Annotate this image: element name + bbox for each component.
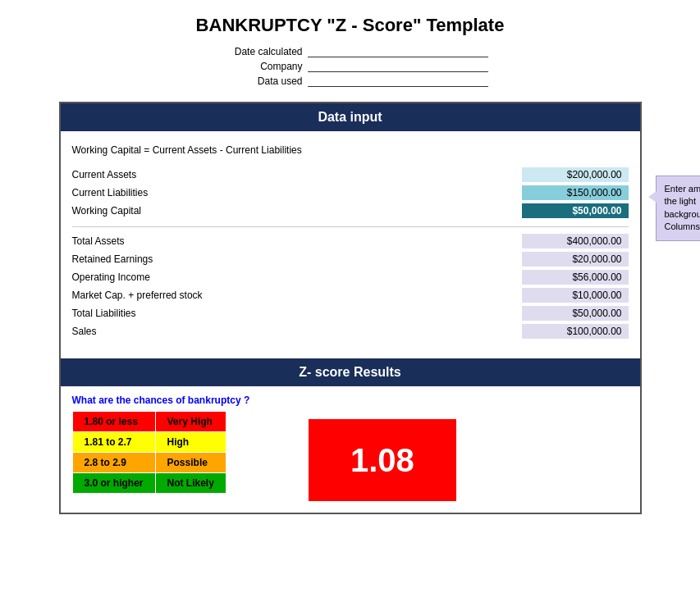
sales-label: Sales (72, 326, 236, 337)
tooltip-box: Enter amount in the light background Col… (656, 176, 701, 241)
legend-label-2: High (155, 432, 226, 453)
legend-range-3: 2.8 to 2.9 (72, 453, 155, 473)
data-used-input-line[interactable] (308, 75, 488, 87)
results-header: Z- score Results (61, 358, 640, 386)
market-cap-row: Market Cap. + preferred stock $10,000.00 (72, 288, 629, 303)
bankruptcy-question: What are the chances of bankruptcy ? (72, 394, 629, 406)
tooltip-wrapper: Enter amount in the light background Col… (656, 176, 701, 241)
working-capital-group: Current Assets $200,000.00 Current Liabi… (72, 167, 629, 218)
working-capital-row: Working Capital $50,000.00 (72, 203, 629, 218)
sales-row: Sales $100,000.00 (72, 324, 629, 339)
working-capital-value: $50,000.00 (522, 203, 629, 218)
market-cap-label: Market Cap. + preferred stock (72, 290, 236, 301)
legend-row-2: 1.81 to 2.7 High (72, 432, 226, 453)
company-input-line[interactable] (308, 61, 488, 72)
working-capital-label: Working Capital (72, 205, 236, 217)
legend-row-1: 1.80 or less Very High (72, 412, 226, 432)
date-label: Date calculated (213, 46, 303, 57)
main-box: Data input Working Capital = Current Ass… (59, 102, 642, 514)
operating-income-label: Operating Income (72, 271, 236, 283)
total-assets-row: Total Assets $400,000.00 (72, 234, 629, 249)
page-title: BANKRUPTCY "Z - Score" Template (16, 15, 684, 36)
current-liabilities-value[interactable]: $150,000.00 (522, 185, 629, 200)
data-input-header: Data input (61, 103, 640, 131)
market-cap-value[interactable]: $10,000.00 (522, 288, 629, 303)
z-score-display: 1.08 (309, 419, 456, 501)
data-used-label: Data used (213, 75, 303, 87)
current-liabilities-label: Current Liabilities (72, 187, 236, 198)
current-assets-label: Current Assets (72, 169, 236, 180)
financials-group: Total Assets $400,000.00 Retained Earnin… (72, 234, 629, 339)
retained-earnings-label: Retained Earnings (72, 253, 236, 265)
sales-value[interactable]: $100,000.00 (522, 324, 629, 339)
legend-label-1: Very High (155, 412, 226, 432)
legend-label-4: Not Likely (155, 473, 226, 494)
data-input-section: Working Capital = Current Assets - Curre… (61, 131, 640, 358)
total-liabilities-label: Total Liabilities (72, 308, 236, 319)
current-liabilities-row: Current Liabilities $150,000.00 (72, 185, 629, 200)
current-assets-row: Current Assets $200,000.00 (72, 167, 629, 182)
retained-earnings-row: Retained Earnings $20,000.00 (72, 252, 629, 267)
working-capital-formula: Working Capital = Current Assets - Curre… (72, 144, 629, 156)
meta-section: Date calculated Company Data used (16, 46, 684, 90)
retained-earnings-value[interactable]: $20,000.00 (522, 252, 629, 267)
company-label: Company (213, 61, 303, 72)
legend-range-2: 1.81 to 2.7 (72, 432, 155, 453)
legend-range-1: 1.80 or less (72, 412, 155, 432)
operating-income-row: Operating Income $56,000.00 (72, 270, 629, 285)
operating-income-value[interactable]: $56,000.00 (522, 270, 629, 285)
legend-row-3: 2.8 to 2.9 Possible (72, 453, 226, 473)
current-assets-value[interactable]: $200,000.00 (522, 167, 629, 182)
results-grid: 1.80 or less Very High 1.81 to 2.7 High … (72, 411, 629, 501)
legend-row-4: 3.0 or higher Not Likely (72, 473, 226, 494)
results-section: What are the chances of bankruptcy ? 1.8… (61, 394, 640, 513)
date-input-line[interactable] (308, 46, 488, 57)
total-liabilities-value[interactable]: $50,000.00 (522, 306, 629, 321)
total-liabilities-row: Total Liabilities $50,000.00 (72, 306, 629, 321)
legend-label-3: Possible (155, 453, 226, 473)
legend-range-4: 3.0 or higher (72, 473, 155, 494)
total-assets-value[interactable]: $400,000.00 (522, 234, 629, 249)
total-assets-label: Total Assets (72, 235, 236, 247)
legend-table: 1.80 or less Very High 1.81 to 2.7 High … (72, 411, 226, 494)
